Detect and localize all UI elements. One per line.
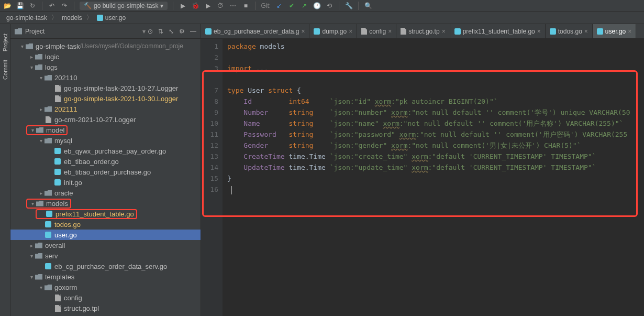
tree-item[interactable]: go-go-simple-task-2021-10-27.Logger [10,83,201,93]
close-icon[interactable]: × [349,28,352,35]
undo-icon[interactable]: ↶ [48,2,56,10]
hide-icon[interactable]: — [190,28,196,35]
tree-item[interactable]: ▾model [10,125,201,135]
settings-icon[interactable]: ⚙ [179,28,185,35]
go-file-icon [314,28,320,35]
go-file-icon [44,231,52,238]
folder-icon [44,284,52,291]
go-file-icon [45,210,53,217]
editor-tab[interactable]: config× [357,24,396,38]
tree-item[interactable]: ▾models [10,198,201,209]
tree-item[interactable]: ▾logs [10,62,201,72]
breadcrumbs: go-simple-task 〉 models 〉 user.go [0,12,644,24]
code-area[interactable]: 123 78910111213141516 package models imp… [201,39,644,316]
close-icon[interactable]: × [388,28,392,35]
tree-item-label: templates [45,273,74,281]
select-opened-file-icon[interactable]: ⊙ [148,28,153,35]
tree-item[interactable]: ▸tool [10,313,201,316]
folder-icon [44,74,52,81]
tree-item-label: 202110 [54,74,77,82]
tree-item[interactable]: ▸overall [10,240,201,250]
debug-icon[interactable]: 🐞 [191,2,199,10]
tree-item[interactable]: init.go [10,177,201,188]
tree-item[interactable]: todos.go [10,219,201,230]
tree-item[interactable]: struct.go.tpl [10,303,201,313]
tree-item[interactable]: go-crm-2021-10-27.Logger [10,114,201,125]
tree-item[interactable]: ▾goxorm [10,282,201,292]
close-icon[interactable]: × [537,28,541,35]
tree-item[interactable]: eb_tibao_order_purchase.go [10,167,201,177]
profile-icon[interactable]: ⏱ [216,2,225,10]
tree-item-label: eb_tibao_order_purchase.go [64,168,151,176]
tree-item[interactable]: ▾mysql [10,135,201,146]
tree-item[interactable]: eb_cg_purchase_order_data_serv.go [10,261,201,271]
run-icon[interactable]: ▶ [179,2,187,10]
code[interactable]: package models import ... type User stru… [223,39,644,316]
redo-icon[interactable]: ↷ [60,2,69,10]
go-file-icon [53,179,62,186]
push-icon[interactable]: ↗ [300,2,308,10]
tree-item[interactable]: ▸202111 [10,104,201,114]
collapse-all-icon[interactable]: ⤡ [169,28,174,35]
tree-item-label: todos.go [54,221,81,228]
save-icon[interactable]: 💾 [16,2,24,10]
open-icon[interactable]: 📂 [3,2,12,10]
close-icon[interactable]: × [584,28,588,35]
coverage-icon[interactable]: ▶ [204,2,212,10]
search-icon[interactable]: 🔍 [364,2,372,10]
tree-item[interactable]: user.go [10,230,201,240]
tree-item[interactable]: prefix11_student_table.go [10,209,201,219]
tree-item[interactable]: eb_tibao_order.go [10,156,201,167]
tree-item[interactable]: ▾templates [10,271,201,282]
tree-item[interactable]: eb_qywx_purchase_pay_order.go [10,146,201,156]
project-panel-header: Project ▾ ⊙ ⇅ ⤡ ⚙ — [10,24,201,39]
refresh-icon[interactable]: ↻ [28,2,37,10]
tree-item[interactable]: ▸logic [10,51,201,62]
expand-all-icon[interactable]: ⇅ [158,28,163,35]
editor-tab[interactable]: struct.go.tp× [396,24,450,38]
tree-item-label: go-crm-2021-10-27.Logger [54,116,136,124]
commit-icon[interactable]: ✔ [287,2,296,10]
close-icon[interactable]: × [442,28,446,35]
tree-item-label: go-go-simple-task-2021-10-27.Logger [64,84,178,92]
editor-tab[interactable]: eb_cg_purchase_order_data.g× [201,24,309,38]
tree-item[interactable]: ▾serv [10,250,201,261]
tree-item-label: init.go [64,179,82,187]
rollback-icon[interactable]: ⟲ [325,2,334,10]
go-file-icon [53,168,62,176]
breadcrumb-folder[interactable]: models [60,13,84,23]
build-config-selector[interactable]: 🔨 go build go-simple-task ▾ [80,2,168,10]
sidebar-tab-commit[interactable]: Commit [1,56,9,84]
stop-icon[interactable]: ■ [241,2,250,10]
breadcrumb-file[interactable]: user.go [95,13,128,23]
close-icon[interactable]: × [301,28,305,35]
close-icon[interactable]: × [628,28,631,35]
editor-tab[interactable]: prefix11_student_table.go× [450,24,546,38]
tree-item-label: oracle [54,189,73,197]
sidebar-tab-project[interactable]: Project [1,29,9,56]
chevron-down-icon[interactable]: ▾ [140,28,148,35]
go-file-icon [53,158,62,165]
text-file-icon [53,95,62,102]
text-file-icon [53,304,62,312]
project-tree[interactable]: ▾go-simple-task /Users/myself/Golang/com… [10,39,201,316]
tab-label: config [369,28,386,35]
folder-icon [36,200,44,207]
hammer-icon: 🔨 [84,2,92,9]
tab-label: dump.go [322,28,347,35]
tree-item[interactable]: go-go-simple-task-2021-10-30.Logger [10,93,201,104]
breadcrumb-root[interactable]: go-simple-task [4,13,49,23]
tree-item[interactable]: ▾202110 [10,72,201,83]
tree-item[interactable]: config [10,292,201,303]
editor-tab[interactable]: user.go× [593,24,636,38]
update-icon[interactable]: ↙ [275,2,283,10]
editor-tab[interactable]: dump.go× [309,24,357,38]
tree-item[interactable]: ▾go-simple-task /Users/myself/Golang/com… [10,41,201,51]
tree-item[interactable]: ▸oracle [10,188,201,198]
tree-item-label: logic [45,53,59,61]
history-icon[interactable]: 🕐 [313,2,321,10]
folder-icon [35,53,43,60]
attach-icon[interactable]: ⋯ [229,2,237,10]
ide-settings-icon[interactable]: 🔧 [345,2,353,10]
editor-tab[interactable]: todos.go× [546,24,593,38]
